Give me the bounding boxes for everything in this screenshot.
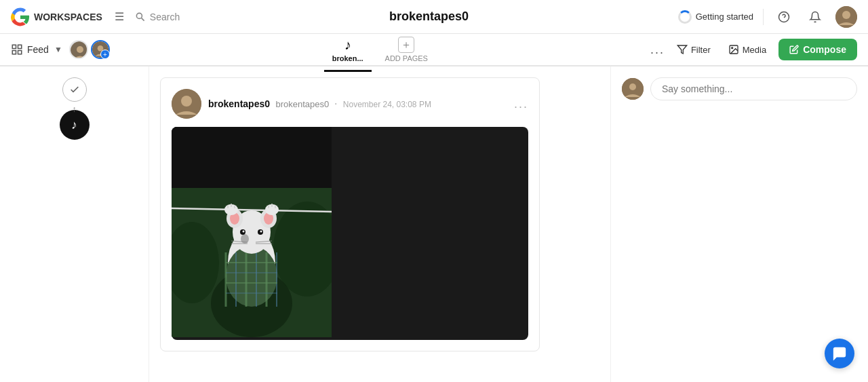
feed-area: brokentapes0 brokentapes0 · November 24,… bbox=[149, 66, 610, 382]
commenter-avatar bbox=[622, 78, 644, 100]
page-avatars: + bbox=[69, 40, 110, 59]
post-avatar-image bbox=[172, 89, 201, 119]
svg-point-5 bbox=[842, 11, 850, 19]
sidebar-tiktok-profile[interactable]: ↑ ♪ bbox=[60, 110, 90, 140]
filter-icon bbox=[677, 44, 688, 55]
post-handle: brokentapes0 bbox=[276, 99, 332, 109]
svg-rect-8 bbox=[12, 51, 16, 54]
loading-spinner-icon bbox=[678, 10, 692, 24]
comment-area bbox=[610, 66, 868, 382]
add-avatar-icon: + bbox=[100, 50, 110, 59]
tabs: ♪ broken... ＋ ADD PAGES bbox=[110, 34, 650, 65]
commenter-avatar-image bbox=[622, 78, 644, 100]
post-more-button[interactable]: ... bbox=[514, 97, 528, 111]
post-author-avatar[interactable] bbox=[172, 89, 201, 119]
svg-rect-20 bbox=[172, 127, 332, 188]
bell-icon bbox=[809, 11, 821, 23]
svg-point-48 bbox=[260, 231, 262, 233]
main-content: ↑ ♪ brokentapes0 brokentapes0 bbox=[0, 66, 868, 382]
check-icon bbox=[69, 84, 80, 95]
post-image bbox=[172, 127, 528, 340]
media-icon bbox=[728, 44, 739, 55]
upload-icon: ↑ bbox=[73, 104, 77, 114]
svg-point-11 bbox=[77, 46, 83, 53]
svg-line-1 bbox=[141, 18, 144, 20]
help-icon bbox=[778, 11, 790, 23]
svg-rect-9 bbox=[18, 51, 22, 54]
feed-toggle[interactable]: Feed ▼ bbox=[11, 43, 62, 56]
tab-label: broken... bbox=[332, 54, 363, 62]
svg-point-27 bbox=[226, 246, 277, 307]
search-placeholder: Search bbox=[150, 12, 180, 22]
page-avatar-1[interactable] bbox=[69, 40, 88, 59]
page-avatar-image bbox=[71, 41, 88, 59]
post-username: brokentapes0 bbox=[208, 98, 270, 109]
svg-rect-6 bbox=[12, 45, 16, 48]
svg-point-16 bbox=[731, 47, 732, 49]
handle-text: brokentapes0 bbox=[276, 99, 330, 109]
add-pages-tab[interactable]: ＋ ADD PAGES bbox=[377, 34, 436, 65]
nav-center: brokentapes0 bbox=[180, 9, 678, 24]
page-title: brokentapes0 bbox=[389, 9, 469, 24]
svg-marker-14 bbox=[677, 45, 686, 54]
svg-point-0 bbox=[136, 13, 142, 18]
add-pages-icon: ＋ bbox=[398, 37, 414, 53]
sidebar: ↑ ♪ bbox=[0, 66, 149, 382]
nav-right: Getting started bbox=[678, 6, 857, 28]
tiktok-tab-icon: ♪ bbox=[344, 37, 351, 53]
post-user-info: brokentapes0 brokentapes0 · November 24,… bbox=[208, 98, 507, 110]
google-logo-icon bbox=[11, 7, 30, 26]
tiktok-icon: ♪ bbox=[71, 118, 77, 132]
feed-icon bbox=[11, 43, 23, 56]
post-timestamp: November 24, 03:08 PM bbox=[343, 100, 431, 109]
svg-point-18 bbox=[181, 96, 192, 107]
secondary-nav: Feed ▼ + ♪ broken... ＋ ADD PAGES bbox=[0, 34, 868, 66]
chat-button[interactable] bbox=[825, 339, 854, 368]
add-pages-label: ADD PAGES bbox=[385, 54, 428, 62]
add-page-avatar-button[interactable]: + bbox=[91, 40, 110, 59]
help-button[interactable] bbox=[773, 6, 795, 28]
logo[interactable]: WORKSPACES bbox=[11, 7, 102, 26]
media-label: Media bbox=[743, 45, 766, 55]
getting-started-label: Getting started bbox=[696, 12, 753, 22]
sec-nav-right: ... Filter Media Compose bbox=[650, 39, 857, 60]
comment-input[interactable] bbox=[650, 77, 857, 100]
workspaces-label: WORKSPACES bbox=[34, 12, 102, 22]
svg-point-47 bbox=[243, 231, 245, 233]
feed-label: Feed bbox=[27, 44, 49, 55]
separator: · bbox=[334, 98, 337, 109]
search-bar[interactable]: Search bbox=[135, 12, 180, 22]
sidebar-check-button[interactable] bbox=[62, 77, 87, 102]
chevron-down-icon: ▼ bbox=[54, 45, 62, 54]
tab-brokentapes[interactable]: ♪ broken... bbox=[324, 35, 372, 65]
filter-label: Filter bbox=[691, 45, 711, 55]
top-nav: WORKSPACES ☰ Search brokentapes0 Getting… bbox=[0, 0, 868, 34]
getting-started[interactable]: Getting started bbox=[678, 10, 753, 24]
more-options-button[interactable]: ... bbox=[650, 43, 665, 57]
compose-label: Compose bbox=[803, 44, 846, 55]
post-card: brokentapes0 brokentapes0 · November 24,… bbox=[160, 77, 540, 351]
user-avatar[interactable] bbox=[835, 6, 857, 28]
compose-button[interactable]: Compose bbox=[778, 39, 857, 60]
search-icon bbox=[135, 12, 146, 22]
hamburger-icon[interactable]: ☰ bbox=[115, 10, 124, 23]
post-image-svg bbox=[172, 127, 332, 337]
post-header: brokentapes0 brokentapes0 · November 24,… bbox=[172, 89, 528, 119]
filter-button[interactable]: Filter bbox=[671, 41, 716, 58]
comment-input-row bbox=[622, 77, 857, 100]
svg-point-62 bbox=[629, 83, 636, 90]
chat-icon bbox=[832, 346, 847, 361]
compose-icon bbox=[789, 45, 799, 54]
nav-divider bbox=[763, 9, 764, 25]
media-button[interactable]: Media bbox=[723, 41, 772, 58]
svg-rect-7 bbox=[18, 45, 22, 48]
notifications-button[interactable] bbox=[804, 6, 826, 28]
avatar-icon bbox=[835, 6, 857, 28]
